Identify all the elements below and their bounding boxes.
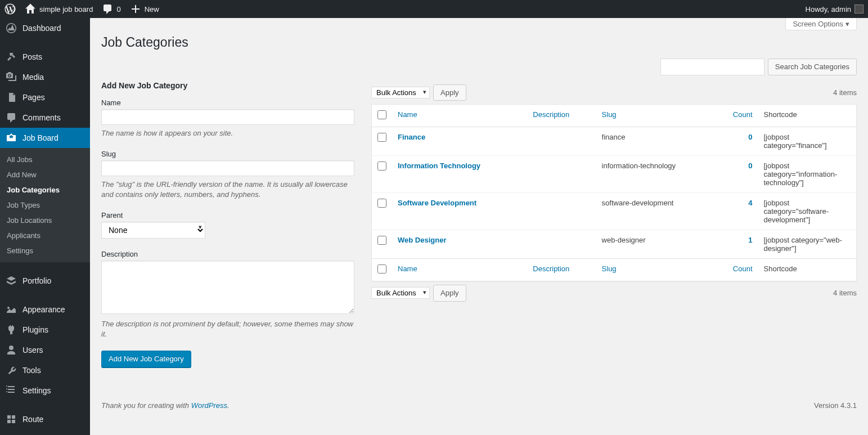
comments-count: 0 [116, 5, 120, 14]
sidebar-item-posts[interactable]: Posts [0, 47, 90, 67]
search-button[interactable]: Search Job Categories [768, 59, 857, 75]
sidebar-item-label: Settings [23, 386, 51, 395]
wordpress-icon [5, 3, 16, 15]
row-name-link[interactable]: Information Technology [398, 162, 480, 170]
description-input[interactable] [101, 261, 354, 314]
site-link[interactable]: simple job board [25, 3, 93, 15]
sidebar-item-pages[interactable]: Pages [0, 87, 90, 107]
sidebar-item-portfolio[interactable]: Portfolio [0, 271, 90, 291]
sidebar-item-label: Comments [23, 113, 61, 122]
description-label: Description [101, 250, 354, 258]
apply-button-top[interactable]: Apply [433, 84, 466, 101]
row-count-link[interactable]: 0 [748, 162, 752, 170]
name-label: Name [101, 98, 354, 107]
slug-input[interactable] [101, 160, 354, 176]
description-help: The description is not prominent by defa… [101, 319, 354, 339]
comment-icon [102, 3, 113, 15]
row-count-link[interactable]: 4 [748, 199, 752, 207]
select-all-bottom[interactable] [377, 264, 386, 273]
comments-link[interactable]: 0 [102, 3, 120, 15]
row-checkbox[interactable] [377, 199, 386, 208]
row-description [527, 127, 596, 156]
col-footer-slug[interactable]: Slug [602, 264, 617, 273]
col-header-name[interactable]: Name [398, 110, 417, 119]
submenu-item-jobtypes[interactable]: Job Types [0, 198, 90, 213]
bulk-actions-select-top[interactable]: Bulk Actions [371, 87, 430, 98]
sidebar-item-label: Media [23, 73, 44, 82]
sidebar-item-users[interactable]: Users [0, 340, 90, 360]
col-header-shortcode: Shortcode [758, 105, 857, 127]
row-shortcode: [jobpost category="software-development"… [758, 193, 857, 230]
home-icon [25, 3, 36, 15]
sidebar-item-jobboard[interactable]: Job Board [0, 128, 90, 148]
row-checkbox[interactable] [377, 236, 386, 245]
col-header-slug[interactable]: Slug [602, 110, 617, 119]
name-input[interactable] [101, 109, 354, 125]
media-icon [6, 71, 17, 83]
sidebar-item-route[interactable]: Route [0, 409, 90, 429]
search-input[interactable] [660, 59, 764, 75]
row-description [527, 193, 596, 230]
sidebar-item-media[interactable]: Media [0, 67, 90, 87]
footer-thanks-prefix: Thank you for creating with [101, 401, 191, 410]
screen-options-toggle[interactable]: Screen Options ▾ [785, 18, 857, 30]
name-help: The name is how it appears on your site. [101, 128, 354, 138]
sidebar-item-dashboard[interactable]: Dashboard [0, 18, 90, 38]
select-all-top[interactable] [377, 110, 386, 119]
submenu-item-settings[interactable]: Settings [0, 243, 90, 258]
submenu-item-jobcategories[interactable]: Job Categories [0, 182, 90, 198]
apply-button-bottom[interactable]: Apply [433, 285, 466, 302]
admin-toolbar: simple job board 0 New Howdy, admin [0, 0, 868, 18]
screen-options-label: Screen Options [793, 20, 843, 28]
items-count-top: 4 items [833, 88, 857, 97]
sidebar-item-plugins[interactable]: Plugins [0, 320, 90, 340]
row-name-link[interactable]: Software Development [398, 199, 476, 207]
row-checkbox[interactable] [377, 133, 386, 142]
table-row: Information Technologyinformation-techno… [372, 156, 857, 193]
tools-icon [6, 365, 17, 376]
row-name-link[interactable]: Web Designer [398, 236, 446, 244]
jobboard-icon [6, 132, 17, 143]
bulk-actions-select-bottom[interactable]: Bulk Actions [371, 287, 430, 299]
admin-sidebar: Dashboard Posts Media Pages Comments Job… [0, 18, 90, 435]
row-count-link[interactable]: 1 [748, 236, 752, 244]
row-slug: information-technology [596, 156, 719, 193]
row-checkbox[interactable] [377, 162, 386, 171]
site-title: simple job board [39, 5, 93, 14]
wp-logo[interactable] [5, 3, 16, 15]
sidebar-item-label: Plugins [23, 325, 48, 334]
footer-thanks-suffix: . [227, 401, 230, 410]
parent-select[interactable]: None [101, 222, 205, 239]
sidebar-submenu-jobboard: All Jobs Add New Job Categories Job Type… [0, 148, 90, 262]
sidebar-item-tools[interactable]: Tools [0, 360, 90, 380]
page-title: Job Categories [101, 35, 857, 50]
col-footer-description[interactable]: Description [533, 264, 569, 273]
submenu-item-joblocations[interactable]: Job Locations [0, 213, 90, 228]
submenu-item-alljobs[interactable]: All Jobs [0, 152, 90, 167]
col-footer-count[interactable]: Count [733, 264, 753, 273]
account-link[interactable]: Howdy, admin [806, 5, 863, 14]
submenu-item-addnew[interactable]: Add New [0, 167, 90, 182]
slug-help: The "slug" is the URL-friendly version o… [101, 180, 354, 200]
main-content: Screen Options ▾ Job Categories Search J… [90, 18, 868, 435]
submit-button[interactable]: Add New Job Category [101, 351, 191, 367]
col-header-description[interactable]: Description [533, 110, 569, 119]
table-row: Software Developmentsoftware-development… [372, 193, 857, 230]
row-name-link[interactable]: Finance [398, 133, 425, 141]
sidebar-item-comments[interactable]: Comments [0, 107, 90, 128]
sidebar-item-settings[interactable]: Settings [0, 380, 90, 401]
new-content-link[interactable]: New [130, 3, 159, 15]
row-shortcode: [jobpost category="finance"] [758, 127, 857, 156]
comment-icon [6, 112, 17, 123]
sidebar-item-label: Users [23, 346, 43, 355]
howdy-text: Howdy, admin [806, 5, 851, 14]
dashboard-icon [6, 23, 17, 34]
chevron-down-icon: ▾ [845, 20, 849, 28]
users-icon [6, 344, 17, 356]
submenu-item-applicants[interactable]: Applicants [0, 228, 90, 243]
col-footer-name[interactable]: Name [398, 264, 417, 273]
col-header-count[interactable]: Count [733, 110, 753, 119]
row-count-link[interactable]: 0 [748, 133, 752, 141]
sidebar-item-appearance[interactable]: Appearance [0, 299, 90, 320]
footer-wp-link[interactable]: WordPress [191, 401, 227, 410]
